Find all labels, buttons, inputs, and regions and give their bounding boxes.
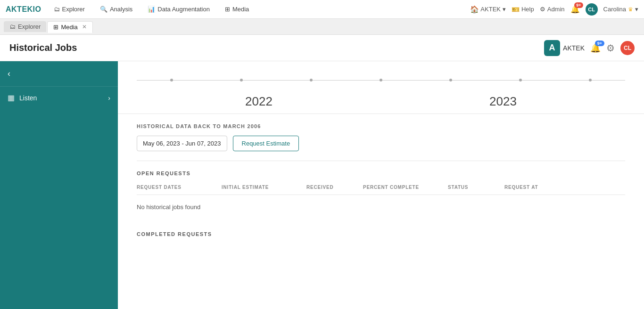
- timeline-dot-3: [310, 79, 313, 81]
- nav-item-media[interactable]: ⊞ Media: [222, 4, 252, 15]
- nav-analysis-label: Analysis: [110, 6, 132, 13]
- col-request-at: REQUEST AT: [504, 183, 580, 192]
- aktek-header-label: AKTEK: [563, 44, 585, 52]
- user-name-label: Carolina: [603, 6, 626, 13]
- header-notification-badge: 9+: [595, 41, 604, 46]
- timeline-dot-6: [519, 79, 522, 81]
- nav-media-label: Media: [232, 6, 249, 13]
- content-area: 2022 2023 HISTORICAL DATA BACK TO MARCH …: [118, 61, 644, 309]
- historical-data-label: HISTORICAL DATA BACK TO MARCH 2006: [137, 123, 625, 129]
- open-requests-empty-message: No historical jobs found: [137, 197, 625, 217]
- timeline-dot-1: [170, 79, 173, 81]
- user-name-nav[interactable]: Carolina ♛ ▾: [603, 6, 638, 13]
- open-requests-title: OPEN REQUESTS: [137, 171, 625, 176]
- timeline-labels: 2022 2023: [137, 94, 625, 109]
- tab-media-icon: ⊞: [53, 24, 58, 31]
- notification-badge: 9+: [574, 2, 583, 8]
- sidebar-item-listen-left: ▦ Listen: [8, 93, 37, 102]
- aktek-badge-letter: A: [549, 43, 555, 53]
- help-icon: 🎫: [512, 6, 520, 13]
- main-layout: ‹ ▦ Listen ›: [0, 61, 644, 309]
- aktek-dropdown-icon: ▾: [503, 6, 506, 13]
- header-notification-bell[interactable]: 🔔 9+: [590, 43, 601, 53]
- user-initials-small: CL: [588, 7, 595, 12]
- sidebar-back-button[interactable]: ‹: [0, 61, 118, 87]
- timeline-year-2023: 2023: [489, 94, 517, 109]
- timeline-dots: [137, 79, 625, 81]
- aktek-logo-badge: A: [544, 40, 560, 56]
- nav-item-explorer[interactable]: 🗂 Explorer: [51, 4, 88, 15]
- col-initial-estimate: INITIAL ESTIMATE: [222, 183, 306, 192]
- top-navigation: AKTEKIO 🗂 Explorer 🔍 Analysis 📊 Data Aug…: [0, 0, 644, 19]
- admin-label: Admin: [547, 6, 565, 13]
- listen-icon: ▦: [8, 93, 15, 102]
- aktek-home-button[interactable]: 🏠 AKTEK ▾: [470, 5, 506, 14]
- page-title: Historical Jobs: [9, 42, 77, 53]
- sidebar-listen-label: Listen: [19, 94, 37, 102]
- user-avatar-small[interactable]: CL: [586, 3, 598, 16]
- timeline-dot-5: [449, 79, 452, 81]
- tab-close-icon[interactable]: ✕: [82, 24, 87, 30]
- completed-requests-title: COMPLETED REQUESTS: [137, 231, 625, 237]
- timeline-dot-2: [240, 79, 243, 81]
- completed-requests-section: COMPLETED REQUESTS: [118, 222, 644, 248]
- timeline-bar: [137, 71, 625, 89]
- page-header: Historical Jobs A AKTEK 🔔 9+ ⚙ CL: [0, 35, 644, 61]
- timeline-dot-7: [589, 79, 592, 81]
- header-aktek-badge: A AKTEK: [544, 40, 585, 56]
- sidebar: ‹ ▦ Listen ›: [0, 61, 118, 309]
- date-range-input[interactable]: May 06, 2023 - Jun 07, 2023: [137, 136, 227, 151]
- nav-item-data-augmentation[interactable]: 📊 Data Augmentation: [145, 4, 213, 15]
- admin-settings-icon: ⚙: [540, 6, 545, 13]
- nav-item-analysis[interactable]: 🔍 Analysis: [97, 4, 135, 15]
- col-received: RECEIVED: [306, 183, 363, 192]
- timeline-year-2022: 2022: [245, 94, 272, 109]
- top-nav-right: 🏠 AKTEK ▾ 🎫 Help ⚙ Admin 🔔 9+ CL Carolin…: [470, 3, 638, 16]
- analysis-nav-icon: 🔍: [100, 6, 107, 13]
- header-user-initials: CL: [624, 45, 631, 51]
- header-settings-icon[interactable]: ⚙: [606, 42, 615, 54]
- data-aug-nav-icon: 📊: [148, 6, 155, 13]
- request-estimate-button[interactable]: Request Estimate: [233, 136, 299, 151]
- header-user-avatar[interactable]: CL: [620, 41, 635, 55]
- tab-bar: 🗂 Explorer ⊞ Media ✕: [0, 19, 644, 35]
- col-request-dates: REQUEST DATES: [137, 183, 222, 192]
- explorer-nav-icon: 🗂: [54, 6, 60, 13]
- col-status: STATUS: [448, 183, 504, 192]
- aktek-nav-label: AKTEK: [480, 6, 501, 13]
- help-label: Help: [521, 6, 534, 13]
- app-logo: AKTEKIO: [6, 5, 41, 14]
- timeline-dot-4: [380, 79, 382, 81]
- historical-controls: May 06, 2023 - Jun 07, 2023 Request Esti…: [137, 136, 625, 151]
- nav-data-aug-label: Data Augmentation: [157, 6, 210, 13]
- home-icon: 🏠: [470, 5, 479, 14]
- sidebar-chevron-right-icon: ›: [108, 94, 110, 102]
- tab-media-label: Media: [61, 24, 77, 31]
- crown-icon: ♛: [628, 6, 633, 13]
- tab-explorer-icon: 🗂: [9, 23, 16, 30]
- open-requests-section: OPEN REQUESTS REQUEST DATES INITIAL ESTI…: [118, 161, 644, 222]
- user-dropdown-icon: ▾: [635, 6, 638, 13]
- nav-explorer-label: Explorer: [62, 6, 85, 13]
- tab-explorer[interactable]: 🗂 Explorer: [4, 21, 46, 32]
- historical-section: HISTORICAL DATA BACK TO MARCH 2006 May 0…: [118, 114, 644, 161]
- help-button[interactable]: 🎫 Help: [512, 6, 534, 13]
- col-percent-complete: PERCENT COMPLETE: [363, 183, 448, 192]
- timeline-section: 2022 2023: [118, 61, 644, 114]
- page-header-right: A AKTEK 🔔 9+ ⚙ CL: [544, 40, 635, 56]
- media-nav-icon: ⊞: [225, 6, 230, 13]
- open-requests-table-header: REQUEST DATES INITIAL ESTIMATE RECEIVED …: [137, 183, 625, 195]
- back-arrow-icon: ‹: [8, 69, 10, 79]
- tab-explorer-label: Explorer: [18, 23, 41, 30]
- admin-button[interactable]: ⚙ Admin: [540, 6, 565, 13]
- tab-media[interactable]: ⊞ Media ✕: [47, 21, 92, 33]
- notification-bell[interactable]: 🔔 9+: [570, 5, 580, 14]
- sidebar-item-listen[interactable]: ▦ Listen ›: [0, 87, 118, 109]
